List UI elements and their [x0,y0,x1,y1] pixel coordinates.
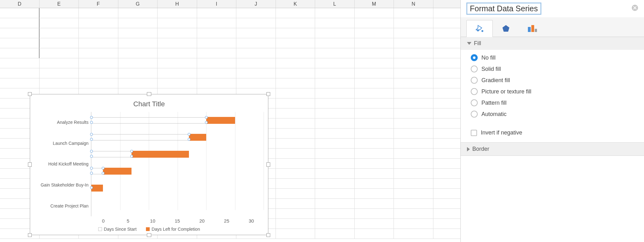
cell[interactable] [276,129,315,138]
cell[interactable] [118,18,158,28]
cell[interactable] [118,48,158,58]
cell[interactable] [315,169,355,178]
cell[interactable] [394,179,433,188]
cell[interactable] [197,78,237,88]
cell[interactable] [276,169,315,178]
cell[interactable] [79,28,118,38]
cell[interactable] [236,38,276,48]
cell[interactable] [276,189,315,198]
column-header-K[interactable]: K [276,0,315,8]
bar-group[interactable] [91,146,264,163]
cell[interactable] [315,229,355,239]
bar-segment-series2[interactable] [206,117,235,124]
column-header-L[interactable]: L [315,0,355,8]
resize-handle-tm[interactable] [147,92,151,96]
bar-group[interactable] [91,112,264,129]
cell[interactable] [355,58,394,68]
bars-canvas[interactable] [91,112,264,216]
chart-title[interactable]: Chart Title [35,100,264,108]
cell[interactable] [394,78,433,88]
cell[interactable] [315,28,355,38]
cell[interactable] [394,8,433,18]
cell[interactable] [276,108,315,118]
cell[interactable] [276,78,315,88]
cell[interactable] [394,139,433,148]
cell[interactable] [315,159,355,168]
cell[interactable] [394,118,433,128]
data-point-handle[interactable] [90,138,93,141]
cell[interactable] [158,78,197,88]
cell[interactable] [355,159,394,168]
cell[interactable] [40,18,79,28]
cell[interactable] [355,129,394,138]
fill-option-gradient[interactable]: Gradient fill [471,77,634,84]
cell[interactable] [276,28,315,38]
close-icon[interactable] [631,4,638,13]
cell[interactable] [158,58,197,68]
cell[interactable] [355,189,394,198]
column-header-M[interactable]: M [355,0,394,8]
cell[interactable] [40,48,79,58]
cell[interactable] [315,179,355,188]
cell[interactable] [197,28,237,38]
legend-item-1[interactable]: Days Since Start [98,227,137,232]
data-point-handle[interactable] [90,186,93,189]
fill-option-automatic[interactable]: Automatic [471,111,634,118]
column-header-F[interactable]: F [79,0,118,8]
cell[interactable] [236,68,276,78]
cell[interactable] [315,219,355,229]
column-header-G[interactable]: G [118,0,158,8]
cell[interactable] [394,58,433,68]
cell[interactable] [276,219,315,229]
cell[interactable] [118,28,158,38]
cell[interactable] [276,58,315,68]
fill-option-pattern[interactable]: Pattern fill [471,99,634,106]
column-header-N[interactable]: N [394,0,433,8]
cell[interactable] [236,18,276,28]
worksheet-area[interactable]: DEFGHIJKLMN Chart Title Analyze ResultsL… [0,0,460,242]
cell[interactable] [355,18,394,28]
cell[interactable] [79,68,118,78]
cell[interactable] [0,8,40,18]
data-point-handle[interactable] [90,150,93,153]
cell[interactable] [276,159,315,168]
bar-group[interactable] [91,129,264,146]
cell[interactable] [315,189,355,198]
cell[interactable] [394,169,433,178]
cell[interactable] [315,78,355,88]
cell[interactable] [0,58,40,68]
cell[interactable] [355,68,394,78]
cell[interactable] [355,169,394,178]
cell[interactable] [394,149,433,158]
cell[interactable] [79,8,118,18]
cell[interactable] [355,179,394,188]
resize-handle-br[interactable] [266,233,270,237]
cell[interactable] [394,68,433,78]
cell[interactable] [276,98,315,108]
fill-option-solid[interactable]: Solid fill [471,66,634,72]
cell[interactable] [355,38,394,48]
cell[interactable] [118,38,158,48]
cell[interactable] [158,48,197,58]
cell[interactable] [276,48,315,58]
cell[interactable] [197,48,237,58]
resize-handle-tl[interactable] [28,92,32,96]
cell[interactable] [394,159,433,168]
cell[interactable] [0,48,40,58]
column-header-J[interactable]: J [236,0,276,8]
cell[interactable] [236,58,276,68]
cell[interactable] [79,18,118,28]
cell[interactable] [276,8,315,18]
data-point-handle[interactable] [90,172,93,175]
legend-item-2[interactable]: Days Left for Completion [146,227,200,232]
tab-fill-line[interactable] [466,20,493,37]
embedded-chart[interactable]: Chart Title Analyze ResultsLaunch Campai… [30,94,268,235]
bar-segment-series2[interactable] [131,151,189,158]
cell[interactable] [355,229,394,239]
cell[interactable] [315,118,355,128]
cell[interactable] [40,38,79,48]
column-header-E[interactable]: E [40,0,79,8]
plot-area[interactable]: Analyze ResultsLaunch CampaignHold Kicko… [35,112,264,216]
cell[interactable] [394,48,433,58]
cell[interactable] [394,129,433,138]
